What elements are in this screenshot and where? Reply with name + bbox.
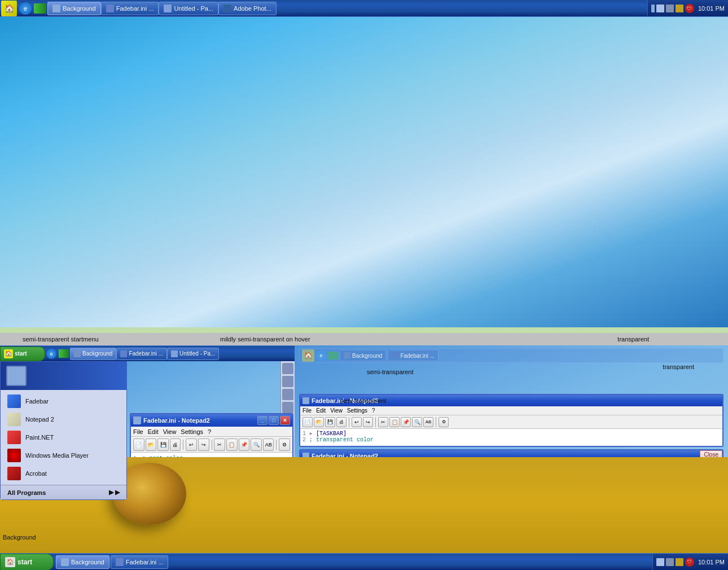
taskbar-tab-untitled[interactable]: Untitled - Pa... bbox=[159, 2, 218, 15]
taskbar-tab-background[interactable]: Background bbox=[47, 2, 101, 15]
toolbar-sep-3 bbox=[276, 440, 277, 450]
strip-tab-fadebar[interactable]: Fadebar.ini ... bbox=[111, 555, 169, 569]
strip-tab-bg[interactable]: Background bbox=[56, 555, 109, 569]
strip-tray-vol bbox=[676, 558, 683, 566]
paintnet-icon bbox=[7, 431, 21, 444]
transparent-taskbar: 🏠 e Background Fadebar.ini ... bbox=[299, 348, 723, 363]
tb-redo[interactable]: ↪ bbox=[198, 439, 209, 451]
green-icon[interactable] bbox=[34, 3, 46, 14]
taskbar-tab-fadebar[interactable]: Fadebar.ini ... bbox=[101, 2, 159, 15]
tb-undo[interactable]: ↩ bbox=[186, 439, 197, 451]
start-menu-item-wmp[interactable]: Windows Media Player bbox=[1, 446, 126, 464]
np2-tb-new[interactable]: 📄 bbox=[302, 417, 313, 427]
trans-browser-icon: e bbox=[316, 350, 326, 361]
np2-tb-copy[interactable]: 📋 bbox=[389, 417, 400, 427]
trans-tab-icon bbox=[344, 352, 350, 359]
tb-replace[interactable]: AB bbox=[263, 439, 274, 451]
ann-semi-transparent: semi-transparent startmenu bbox=[23, 336, 99, 343]
np2-menu-settings[interactable]: Settings bbox=[347, 407, 367, 414]
main-taskbar: 🏠 e Background Fadebar.ini ... Untitled … bbox=[0, 0, 728, 17]
mini-tab-untitled[interactable]: Untitled - Pa... bbox=[167, 348, 219, 360]
ann-transparent-right: transparent bbox=[663, 363, 694, 370]
np2-top-content[interactable]: 1 ▹ [TASKBAR] 2 ; transparent color bbox=[300, 429, 722, 446]
start-menu-item-paintnet[interactable]: Paint.NET bbox=[1, 428, 126, 446]
volume-icon bbox=[676, 5, 683, 12]
notepad-titlebar-left: Fadebar.ini - Notepad2 _ □ ✕ bbox=[131, 414, 292, 427]
np2-tb-replace[interactable]: AB bbox=[423, 417, 433, 427]
np2-tb-paste[interactable]: 📌 bbox=[401, 417, 411, 427]
start-button-main[interactable]: 🏠 start bbox=[0, 554, 54, 571]
menu-edit[interactable]: Edit bbox=[148, 428, 159, 435]
minimize-button[interactable]: _ bbox=[257, 416, 267, 425]
tb-cut[interactable]: ✂ bbox=[214, 439, 225, 451]
np2-top-toolbar: 📄 📂 💾 🖨 ↩ ↪ ✂ 📋 📌 🔍 AB ⚙ bbox=[300, 415, 722, 429]
np2-menu-help[interactable]: ? bbox=[372, 407, 375, 414]
ann-semi-transparent-right: semi-transparent bbox=[340, 397, 387, 404]
np2-tb-find[interactable]: 🔍 bbox=[412, 417, 422, 427]
fadebar-icon bbox=[7, 394, 21, 408]
np2-tb-print[interactable]: 🖨 bbox=[336, 417, 347, 427]
strip-clock: 10:01 PM bbox=[698, 559, 725, 565]
start-icon: 🏠 bbox=[5, 557, 15, 567]
right-menu-icon-1 bbox=[282, 363, 293, 374]
close-button[interactable]: ✕ bbox=[280, 416, 290, 425]
np2-tb-redo[interactable]: ↪ bbox=[363, 417, 373, 427]
trans-tab-background[interactable]: Background bbox=[340, 350, 386, 361]
acrobat-icon bbox=[7, 467, 21, 480]
notepad-icon bbox=[7, 413, 21, 426]
mini-tab-background[interactable]: Background bbox=[70, 348, 116, 360]
tab-icon-adobe bbox=[223, 5, 231, 12]
tb-misc[interactable]: ⚙ bbox=[279, 439, 290, 451]
notepad-menubar: File Edit View Settings ? bbox=[131, 427, 292, 437]
notepad-title-icon bbox=[133, 416, 141, 424]
user-icon bbox=[6, 366, 27, 386]
system-tray-strip: 🛡 10:01 PM bbox=[652, 554, 728, 570]
tb-find[interactable]: 🔍 bbox=[251, 439, 262, 451]
transparent-taskbar-section: 🏠 e Background Fadebar.ini ... transpare… bbox=[299, 348, 723, 363]
tb-paste[interactable]: 📌 bbox=[239, 439, 250, 451]
trans-tab-fadebar[interactable]: Fadebar.ini ... bbox=[388, 350, 438, 361]
strip-tab-fadebar-icon bbox=[116, 558, 124, 566]
signal-icon bbox=[656, 5, 664, 12]
tb-save[interactable]: 💾 bbox=[157, 439, 169, 451]
np2-sep1 bbox=[349, 417, 349, 427]
tb-new[interactable]: 📄 bbox=[133, 439, 144, 451]
tb-open[interactable]: 📂 bbox=[146, 439, 157, 451]
menu-view[interactable]: View bbox=[163, 428, 177, 435]
mini-tab-fadebar[interactable]: Fadebar.ini ... bbox=[116, 348, 167, 360]
start-menu-item-fadebar[interactable]: Fadebar bbox=[1, 392, 126, 410]
taskbar-tab-adobe[interactable]: Adobe Phot... bbox=[218, 2, 277, 15]
mini-green-icon bbox=[59, 349, 69, 358]
system-tray: 🛡 10:01 PM bbox=[647, 0, 728, 16]
bottom-taskbar-strip: 🏠 start Background Fadebar.ini ... 🛡 10:… bbox=[0, 553, 728, 570]
np2-menu-file[interactable]: File bbox=[302, 407, 312, 414]
ann-hover: mildly semi-transparent on hover bbox=[220, 336, 310, 343]
np2-top-title-icon bbox=[302, 397, 309, 404]
tray-arrow[interactable] bbox=[651, 5, 655, 12]
start-menu-item-acrobat[interactable]: Acrobat bbox=[1, 464, 126, 483]
tb-copy[interactable]: 📋 bbox=[226, 439, 238, 451]
mini-start-button[interactable]: 🏠 start bbox=[0, 347, 45, 361]
np2-tb-cut[interactable]: ✂ bbox=[378, 417, 388, 427]
np2-menu-edit[interactable]: Edit bbox=[316, 407, 326, 414]
network-icon bbox=[666, 5, 674, 12]
mini-taskbar: 🏠 start e Background Fadebar.ini ... Unt… bbox=[0, 345, 295, 361]
np2-tb-misc[interactable]: ⚙ bbox=[438, 417, 449, 427]
home-icon[interactable]: 🏠 bbox=[1, 1, 17, 16]
np2-tb-save[interactable]: 💾 bbox=[325, 417, 335, 427]
mini-browser-icon: e bbox=[46, 349, 56, 359]
np2-menu-view[interactable]: View bbox=[330, 407, 343, 414]
notepad-toolbar: 📄 📂 💾 🖨 ↩ ↪ ✂ 📋 📌 🔍 AB ⚙ bbox=[131, 437, 292, 453]
menu-file[interactable]: File bbox=[133, 428, 143, 435]
maximize-button[interactable]: □ bbox=[269, 416, 279, 425]
browser-icon[interactable]: e bbox=[19, 2, 32, 15]
start-menu-item-notepad[interactable]: Notepad 2 bbox=[1, 410, 126, 428]
tb-print[interactable]: 🖨 bbox=[170, 439, 181, 451]
ann-bottom-left: Background bbox=[3, 534, 36, 541]
tab-icon-untitled bbox=[164, 5, 172, 12]
np2-tb-undo[interactable]: ↩ bbox=[352, 417, 362, 427]
all-programs[interactable]: All Programs ▶ ▶ bbox=[1, 485, 126, 499]
menu-help[interactable]: ? bbox=[208, 428, 211, 435]
menu-settings[interactable]: Settings bbox=[181, 428, 203, 435]
np2-tb-open[interactable]: 📂 bbox=[314, 417, 324, 427]
